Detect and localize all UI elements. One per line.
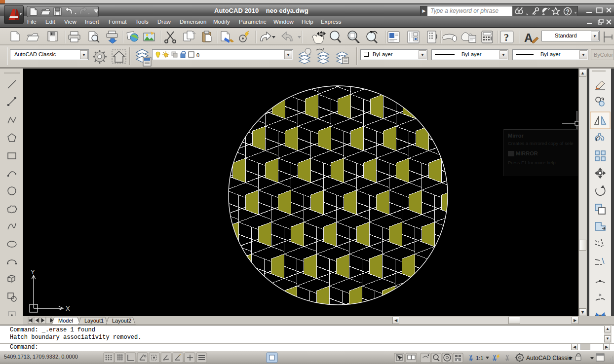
svg-text:?: ? bbox=[504, 32, 509, 43]
svg-text:Layout2: Layout2 bbox=[112, 318, 131, 324]
svg-text:Y: Y bbox=[31, 268, 35, 276]
svg-text:A: A bbox=[524, 31, 533, 44]
svg-text:X: X bbox=[66, 305, 70, 312]
svg-text:0: 0 bbox=[196, 52, 199, 58]
svg-text:1:1: 1:1 bbox=[476, 355, 483, 361]
svg-text:AutoCAD Classic: AutoCAD Classic bbox=[526, 355, 572, 362]
svg-text:Layout1: Layout1 bbox=[84, 318, 104, 324]
svg-text:?: ? bbox=[566, 8, 570, 15]
svg-text:Model: Model bbox=[58, 318, 73, 324]
